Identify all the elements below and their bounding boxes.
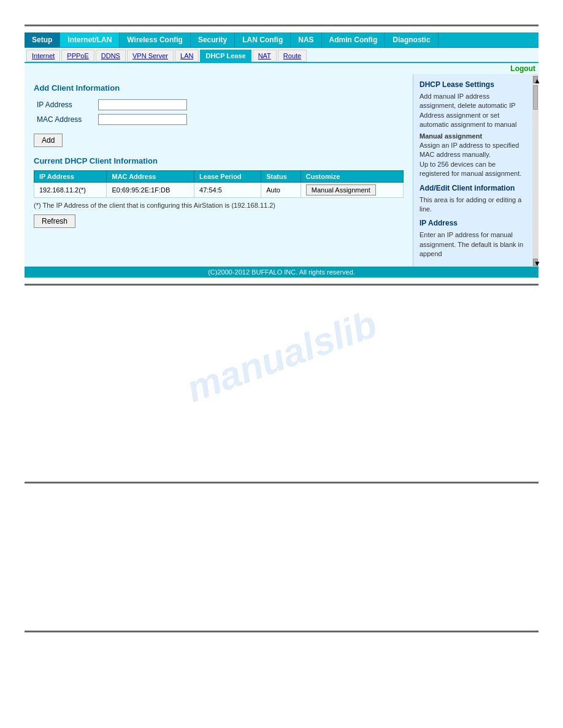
- sidebar: DHCP Lease Settings Add manual IP addres…: [413, 74, 532, 267]
- row-mac: E0:69:95:2E:1F:DB: [107, 183, 194, 198]
- row-ip: 192.168.11.2(*): [34, 183, 107, 198]
- footnote: (*) The IP Address of the client that is…: [34, 202, 404, 209]
- add-client-title: Add Client Information: [34, 83, 404, 93]
- col-status: Status: [261, 171, 301, 183]
- bottom-border-final: [25, 631, 538, 632]
- sub-tab-pppoe[interactable]: PPPoE: [61, 50, 94, 62]
- sub-nav: Internet PPPoE DDNS VPN Server LAN DHCP …: [25, 48, 538, 63]
- top-border-2: [25, 482, 538, 483]
- current-dhcp-title: Current DHCP Client Information: [34, 156, 404, 165]
- watermark-section: manualslib: [0, 286, 563, 457]
- content-area: Add Client Information IP Address MAC Ad…: [25, 74, 538, 267]
- sidebar-text-3: Enter an IP address for manual assignmen…: [419, 230, 526, 259]
- logout-bar: Logout: [25, 63, 538, 74]
- sidebar-title-2: Add/Edit Client information: [419, 184, 526, 192]
- sidebar-title-1: DHCP Lease Settings: [419, 80, 526, 89]
- page-wrapper: Setup Internet/LAN Wireless Config Secur…: [0, 0, 563, 728]
- refresh-button[interactable]: Refresh: [34, 214, 75, 228]
- footer: (C)2000-2012 BUFFALO INC. All rights res…: [25, 267, 538, 278]
- router-admin-section: Setup Internet/LAN Wireless Config Secur…: [25, 32, 538, 278]
- nav-tab-lan-config[interactable]: LAN Config: [235, 32, 291, 47]
- logout-link[interactable]: Logout: [510, 64, 535, 73]
- nav-tab-diagnostic[interactable]: Diagnostic: [385, 32, 438, 47]
- ip-address-input[interactable]: [98, 99, 187, 110]
- sub-tab-vpn-server[interactable]: VPN Server: [127, 50, 174, 62]
- scroll-down-arrow[interactable]: ▼: [533, 259, 538, 266]
- scrollbar[interactable]: ▲ ▼: [532, 74, 538, 267]
- col-lease: Lease Period: [194, 171, 261, 183]
- sidebar-container: DHCP Lease Settings Add manual IP addres…: [413, 74, 538, 267]
- nav-tab-wireless[interactable]: Wireless Config: [120, 32, 191, 47]
- top-border: [25, 25, 538, 26]
- scroll-up-arrow[interactable]: ▲: [533, 76, 538, 83]
- ip-address-row: IP Address: [34, 97, 190, 112]
- nav-tab-security[interactable]: Security: [191, 32, 235, 47]
- add-client-form: IP Address MAC Address: [34, 97, 190, 127]
- sub-tab-route[interactable]: Route: [278, 50, 307, 62]
- nav-tab-nas[interactable]: NAS: [291, 32, 321, 47]
- col-mac: MAC Address: [107, 171, 194, 183]
- main-content: Add Client Information IP Address MAC Ad…: [25, 74, 413, 267]
- ip-address-label: IP Address: [34, 97, 95, 112]
- watermark-text: manualslib: [181, 302, 383, 411]
- sidebar-text-manual: Manual assignment Assign an IP address t…: [419, 132, 526, 179]
- mac-address-input[interactable]: [98, 114, 187, 125]
- col-ip: IP Address: [34, 171, 107, 183]
- row-lease: 47:54:5: [194, 183, 261, 198]
- nav-tab-internet-lan[interactable]: Internet/LAN: [60, 32, 120, 47]
- dhcp-table: IP Address MAC Address Lease Period Stat…: [34, 170, 404, 198]
- sidebar-text-2: This area is for adding or editing a lin…: [419, 195, 526, 214]
- nav-tab-admin-config[interactable]: Admin Config: [322, 32, 386, 47]
- add-button[interactable]: Add: [34, 134, 63, 147]
- sidebar-title-3: IP Address: [419, 219, 526, 227]
- mac-address-row: MAC Address: [34, 112, 190, 127]
- row-customize: Manual Assignment: [301, 183, 403, 198]
- dhcp-table-header: IP Address MAC Address Lease Period Stat…: [34, 171, 404, 183]
- manual-assignment-button[interactable]: Manual Assignment: [306, 184, 376, 195]
- sidebar-text-1: Add manual IP address assignment, delete…: [419, 92, 526, 130]
- main-nav: Setup Internet/LAN Wireless Config Secur…: [25, 32, 538, 48]
- sub-tab-ddns[interactable]: DDNS: [96, 50, 126, 62]
- sub-tab-nat[interactable]: NAT: [253, 50, 277, 62]
- table-row: 192.168.11.2(*) E0:69:95:2E:1F:DB 47:54:…: [34, 183, 404, 198]
- sub-tab-internet[interactable]: Internet: [26, 50, 60, 62]
- sub-tab-dhcp-lease[interactable]: DHCP Lease: [200, 50, 251, 62]
- mac-address-label: MAC Address: [34, 112, 95, 127]
- sub-tab-lan[interactable]: LAN: [175, 50, 199, 62]
- scroll-thumb[interactable]: [533, 85, 538, 110]
- nav-tab-setup[interactable]: Setup: [25, 32, 60, 47]
- col-customize: Customize: [301, 171, 403, 183]
- bottom-section: [25, 490, 538, 624]
- row-status: Auto: [261, 183, 301, 198]
